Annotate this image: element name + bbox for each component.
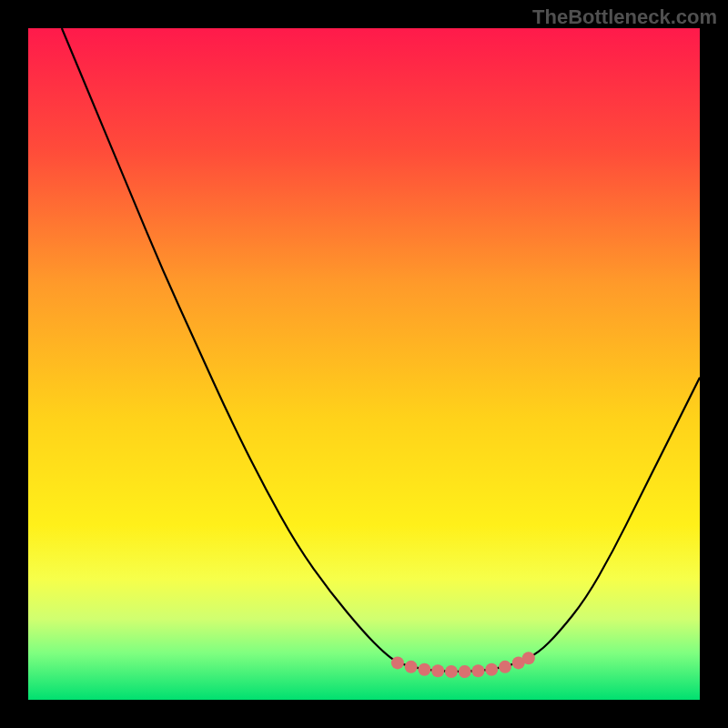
trough-marker <box>459 665 471 678</box>
chart-svg <box>28 28 700 700</box>
gradient-background <box>28 28 700 700</box>
trough-marker <box>405 661 418 673</box>
watermark-text: TheBottleneck.com <box>532 5 717 29</box>
trough-marker <box>522 652 535 664</box>
trough-marker <box>391 656 404 669</box>
trough-marker <box>418 663 430 676</box>
trough-marker <box>445 665 458 678</box>
trough-marker <box>499 661 511 673</box>
trough-marker <box>471 664 484 677</box>
chart-container: TheBottleneck.com <box>0 0 728 728</box>
plot-area <box>28 28 700 700</box>
trough-marker <box>485 663 498 676</box>
trough-marker <box>431 664 444 677</box>
